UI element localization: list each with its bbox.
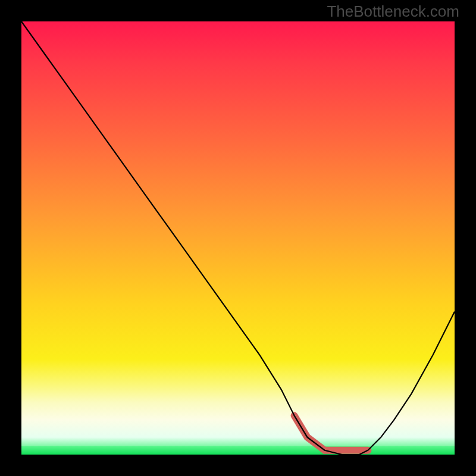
curve-layer	[21, 21, 455, 455]
plot-area	[21, 21, 455, 455]
watermark-text: TheBottleneck.com	[327, 2, 459, 21]
bottleneck-curve	[21, 21, 455, 455]
chart-container: TheBottleneck.com	[0, 0, 476, 476]
